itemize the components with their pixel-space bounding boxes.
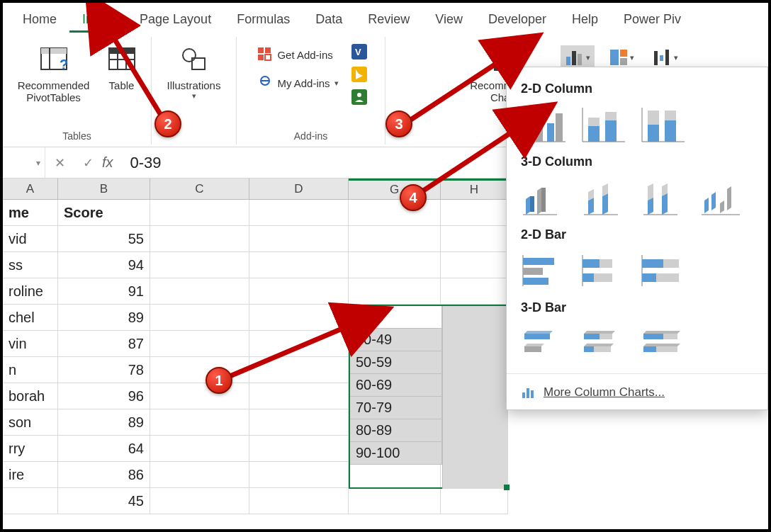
cell[interactable]: 78 (58, 357, 150, 383)
cell[interactable]: vid (3, 226, 58, 252)
more-column-charts-link[interactable]: More Column Charts... (521, 381, 753, 402)
tab-home[interactable]: Home (10, 6, 69, 33)
stacked-column-100-2d[interactable] (640, 103, 687, 143)
clustered-bar-2d[interactable] (521, 249, 568, 289)
cell[interactable]: 0-39 (350, 306, 442, 329)
svg-marker-58 (541, 188, 546, 212)
svg-rect-27 (620, 50, 627, 57)
column-chart-button[interactable]: ▾ (561, 45, 595, 69)
cell[interactable]: me (3, 200, 58, 226)
cell[interactable] (150, 200, 249, 226)
enter-formula-button[interactable]: ✓ (74, 147, 102, 178)
svg-rect-77 (523, 268, 543, 275)
cell[interactable]: borah (3, 383, 58, 409)
cell[interactable]: 80-89 (350, 419, 442, 442)
formula-value[interactable]: 0-39 (123, 154, 162, 172)
cell[interactable]: 86 (58, 462, 150, 488)
col-header-b[interactable]: B (58, 179, 150, 199)
clustered-bar-3d[interactable] (521, 322, 568, 362)
svg-rect-41 (547, 123, 554, 142)
recommended-pivottables-button[interactable]: ? Recommended PivotTables (12, 40, 96, 107)
svg-rect-97 (594, 346, 611, 352)
fx-label[interactable]: fx (102, 154, 123, 171)
stacked-bar-100-2d[interactable] (640, 249, 687, 289)
cell[interactable]: son (3, 409, 58, 436)
tab-formulas[interactable]: Formulas (224, 6, 303, 33)
cell[interactable]: rry (3, 436, 58, 462)
cell[interactable] (349, 200, 441, 226)
get-addins-button[interactable]: Get Add-ins (254, 44, 341, 65)
group-tables-label: Tables (62, 130, 91, 143)
addins-store-icon (257, 47, 273, 62)
svg-marker-66 (648, 198, 653, 215)
chevron-down-icon: ▾ (192, 91, 196, 101)
cell[interactable]: 45 (58, 488, 150, 514)
cell[interactable]: 89 (58, 409, 150, 436)
stacked-bar-3d[interactable] (580, 322, 627, 362)
cell[interactable]: 64 (58, 436, 150, 462)
cell[interactable] (3, 488, 58, 514)
name-box[interactable]: ▾ (3, 147, 45, 178)
cell[interactable]: 96 (58, 383, 150, 409)
col-header-d[interactable]: D (249, 179, 349, 199)
tab-review[interactable]: Review (355, 6, 422, 33)
chevron-down-icon: ▾ (586, 53, 590, 62)
cell[interactable]: chel (3, 305, 58, 331)
column-3d[interactable] (699, 176, 746, 216)
svg-rect-45 (588, 126, 600, 142)
svg-marker-71 (711, 192, 716, 210)
cell[interactable]: 87 (58, 331, 150, 357)
cell[interactable]: 55 (58, 226, 150, 252)
stacked-bar-2d[interactable] (580, 249, 627, 289)
stacked-column-100-3d[interactable] (640, 176, 687, 216)
hierarchy-chart-button[interactable]: ▾ (604, 45, 638, 69)
col-header-c[interactable]: C (150, 179, 249, 199)
svg-rect-46 (588, 118, 600, 126)
fill-handle[interactable] (504, 485, 510, 490)
cell[interactable]: 60-69 (350, 374, 442, 397)
tab-developer[interactable]: Developer (475, 6, 559, 33)
my-addins-button[interactable]: My Add-ins ▾ (254, 72, 341, 94)
svg-rect-48 (605, 112, 617, 120)
clustered-column-2d[interactable] (521, 103, 568, 143)
cell[interactable]: vin (3, 331, 58, 357)
my-addins-icon (257, 75, 273, 91)
cell[interactable]: 90-100 (350, 442, 442, 465)
cell[interactable]: 91 (58, 278, 150, 305)
cell[interactable]: 89 (58, 305, 150, 331)
svg-rect-26 (610, 50, 619, 65)
tab-view[interactable]: View (422, 6, 475, 33)
visio-addin-icon[interactable]: V (351, 44, 367, 62)
tab-data[interactable]: Data (303, 6, 355, 33)
cell[interactable] (441, 200, 508, 226)
clustered-column-3d[interactable] (521, 176, 568, 216)
col-header-a[interactable]: A (3, 179, 58, 199)
svg-marker-91 (524, 344, 544, 346)
cell[interactable]: ire (3, 462, 58, 488)
cell[interactable]: 70-79 (350, 397, 442, 419)
cell[interactable]: ss (3, 252, 58, 278)
cell[interactable]: 94 (58, 252, 150, 278)
people-addin-icon[interactable] (351, 89, 367, 108)
cell[interactable]: n (3, 357, 58, 383)
cell[interactable]: 40-49 (350, 329, 442, 351)
svg-rect-1 (41, 48, 67, 54)
cell[interactable]: roline (3, 278, 58, 305)
cell[interactable] (249, 200, 349, 226)
waterfall-icon (653, 48, 672, 67)
svg-rect-39 (527, 128, 534, 142)
bing-addin-icon[interactable] (351, 67, 367, 85)
cell[interactable]: Score (58, 200, 150, 226)
stacked-bar-100-3d[interactable] (640, 322, 687, 362)
cancel-formula-button[interactable]: ✕ (45, 147, 74, 178)
cell[interactable]: 50-59 (350, 351, 442, 374)
svg-rect-80 (583, 259, 600, 268)
svg-text:?: ? (512, 44, 522, 63)
tab-help[interactable]: Help (559, 6, 611, 33)
tab-power-pivot[interactable]: Power Piv (611, 6, 694, 33)
stacked-column-2d[interactable] (580, 103, 627, 143)
waterfall-chart-button[interactable]: ▾ (648, 45, 682, 69)
svg-rect-78 (523, 278, 548, 285)
stacked-column-3d[interactable] (580, 176, 627, 216)
svg-marker-70 (704, 198, 709, 213)
